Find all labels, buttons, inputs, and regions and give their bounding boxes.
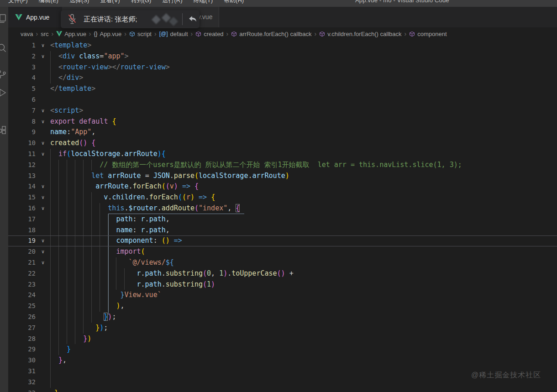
menu-item[interactable]: 编辑(E) — [33, 0, 64, 7]
code-text: r.path.substring(0, 1).toUpperCase() + — [50, 268, 557, 279]
breadcrumb-item[interactable]: App.vue — [56, 31, 86, 37]
code-line[interactable]: 28}) — [0, 334, 557, 345]
indent-guide — [83, 312, 91, 323]
code-line[interactable]: 21∨ `@/views/${ — [0, 257, 557, 268]
fold-chevron-icon[interactable]: ∨ — [36, 257, 50, 268]
indent-guide — [67, 268, 75, 279]
code-line[interactable]: 14∨ arrRoute.forEach((v) => { — [0, 181, 557, 192]
menu-item[interactable]: 选择(S) — [64, 0, 95, 7]
code-text: <div class="app"> — [50, 51, 557, 62]
editor[interactable]: 1∨<template>2∨<div class="app">3<router-… — [0, 40, 557, 392]
code-line[interactable]: 22 r.path.substring(0, 1).toUpperCase() … — [0, 268, 557, 279]
fold-chevron-icon[interactable]: ∨ — [36, 40, 50, 51]
code-line[interactable]: 30}, — [0, 355, 557, 366]
code-line[interactable]: 8∨export default { — [0, 116, 557, 127]
code-line[interactable]: 17path: r.path, — [0, 214, 557, 225]
source-control-icon[interactable] — [0, 69, 7, 80]
indent-guide — [91, 246, 100, 257]
code-line[interactable]: 24 }View.vue` — [0, 290, 557, 301]
indent-guide — [83, 279, 91, 290]
indent-guide — [83, 257, 91, 268]
mic-muted-icon[interactable] — [67, 13, 78, 25]
run-debug-icon[interactable] — [0, 87, 7, 98]
code-line[interactable]: 15∨ v.children.forEach((r) => { — [0, 192, 557, 203]
code-line[interactable]: 19∨component: () => — [0, 235, 557, 246]
indent-guide — [50, 257, 58, 268]
indent-guide — [58, 235, 67, 246]
breadcrumb-item[interactable]: script — [129, 31, 152, 37]
indent-guide — [108, 279, 116, 290]
indent-guide — [67, 235, 75, 246]
code-line[interactable]: 13let arrRoute = JSON.parse(localStorage… — [0, 171, 557, 182]
extensions-icon[interactable] — [0, 125, 7, 136]
breadcrumb-separator-icon: › — [191, 30, 193, 37]
code-line[interactable]: 1∨<template> — [0, 40, 557, 51]
fold-chevron-icon[interactable]: ∨ — [36, 246, 50, 257]
breadcrumb-item[interactable]: arrRoute.forEach() callback — [231, 31, 311, 37]
code-line[interactable]: 29} — [0, 344, 557, 355]
code-line[interactable]: 9name:"App", — [0, 127, 557, 138]
fold-chevron-icon[interactable]: ∨ — [36, 116, 50, 127]
code-line[interactable]: 16∨this.$router.addRoute("index", { — [0, 203, 557, 214]
code-line[interactable]: 3<router-view></router-view> — [0, 62, 557, 73]
indent-guide — [58, 344, 67, 355]
menu-item[interactable]: 终端(T) — [188, 0, 218, 7]
code-line[interactable]: 20∨import( — [0, 246, 557, 257]
indent-guide — [50, 301, 58, 312]
menu-item[interactable]: 转到(G) — [126, 0, 157, 7]
fold-chevron-icon[interactable]: ∨ — [36, 192, 50, 203]
breadcrumb-item[interactable]: component — [409, 31, 447, 37]
indent-guide — [50, 235, 58, 246]
breadcrumb-item[interactable]: {}App.vue — [94, 31, 122, 37]
code-line[interactable]: 26 }); — [0, 312, 557, 323]
indent-guide — [58, 246, 67, 257]
breadcrumb-item[interactable]: created — [195, 31, 223, 37]
fold-chevron-icon[interactable]: ∨ — [36, 105, 50, 116]
indent-guide — [50, 51, 58, 62]
menu-bar: 文件(F)编辑(E)选择(S)查看(V)转到(G)运行(R)终端(T)帮助(H) — [3, 0, 249, 7]
indent-guide — [83, 225, 91, 236]
indent-guide — [67, 279, 75, 290]
code-line[interactable]: 18name: r.path, — [0, 225, 557, 236]
tab-app-vue[interactable]: App.vue — [8, 7, 62, 27]
code-line[interactable]: 25), — [0, 301, 557, 312]
code-line[interactable]: 12// 数组的第一个users是默认的 所以从第二个开始 索引1开始截取 le… — [0, 160, 557, 171]
code-line[interactable]: 23 r.path.substring(1) — [0, 279, 557, 290]
code-line[interactable]: 6 — [0, 94, 557, 105]
cube-icon — [231, 31, 237, 37]
fold-chevron-icon[interactable]: ∨ — [36, 51, 50, 62]
code-line[interactable]: 7∨<script> — [0, 105, 557, 116]
breadcrumb-item[interactable]: [@]default — [159, 31, 188, 37]
indent-guide — [83, 192, 91, 203]
breadcrumb-item[interactable]: src — [41, 31, 48, 37]
code-line[interactable]: 33 } — [0, 388, 557, 392]
menu-item[interactable]: 帮助(H) — [218, 0, 249, 7]
indent-guide — [116, 257, 124, 268]
breadcrumb-item[interactable]: vava — [21, 31, 33, 37]
breadcrumb-label: script — [137, 31, 152, 37]
fold-gutter — [36, 344, 50, 355]
menu-item[interactable]: 文件(F) — [3, 0, 33, 7]
menu-item[interactable]: 查看(V) — [95, 0, 125, 7]
search-icon[interactable] — [0, 42, 7, 53]
fold-chevron-icon[interactable]: ∨ — [36, 203, 50, 214]
indent-guide — [75, 192, 83, 203]
reply-arrow-icon[interactable] — [188, 14, 198, 25]
indent-guide — [67, 214, 75, 225]
fold-gutter — [36, 214, 50, 225]
files-icon[interactable] — [0, 13, 7, 24]
code-line[interactable]: 10∨created() { — [0, 138, 557, 149]
code-line[interactable]: 4</div> — [0, 73, 557, 84]
menu-item[interactable]: 运行(R) — [157, 0, 188, 7]
fold-chevron-icon[interactable]: ∨ — [36, 181, 50, 192]
tab-label: v.vue — [198, 7, 212, 27]
fold-chevron-icon[interactable]: ∨ — [36, 149, 50, 160]
fold-chevron-icon[interactable]: ∨ — [36, 235, 50, 246]
fold-chevron-icon[interactable]: ∨ — [36, 138, 50, 149]
code-line[interactable]: 2∨<div class="app"> — [0, 51, 557, 62]
indent-guide — [75, 312, 83, 323]
breadcrumb-item[interactable]: v.children.forEach() callback — [319, 31, 401, 37]
code-line[interactable]: 11∨if(localStorage.arrRoute){ — [0, 149, 557, 160]
code-line[interactable]: 5</template> — [0, 84, 557, 94]
code-line[interactable]: 27 }); — [0, 323, 557, 334]
